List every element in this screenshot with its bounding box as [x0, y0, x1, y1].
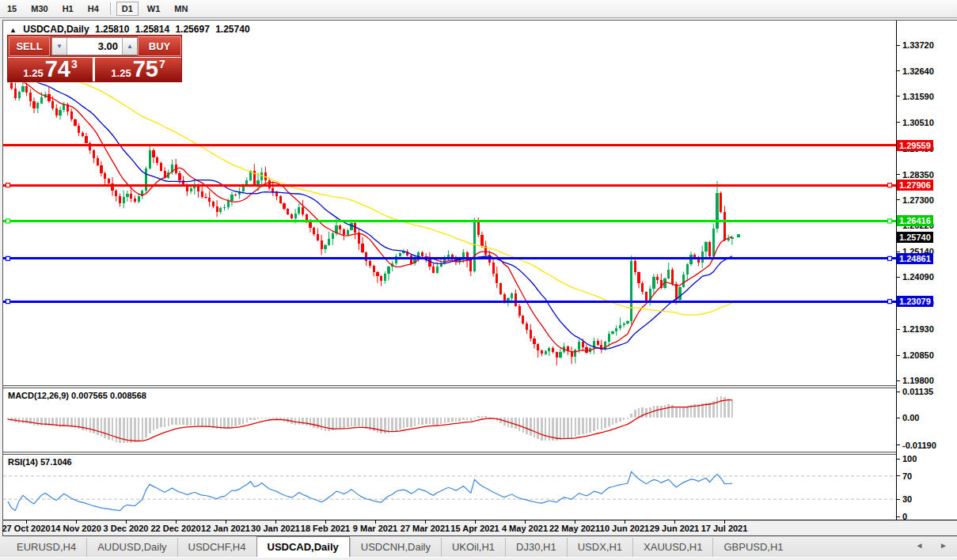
rsi-tick-label: 30: [902, 494, 912, 504]
tab-scroll-left-icon[interactable]: ◄: [915, 541, 923, 550]
timeframe-button-d1[interactable]: D1: [116, 2, 139, 16]
timeframe-button-15[interactable]: 15: [2, 2, 22, 16]
chart-tab-usdcnh-daily[interactable]: USDCNH,Daily: [350, 538, 441, 557]
buy-price-button[interactable]: 1.25 75 7: [95, 58, 181, 81]
chart-tab-gbpusd-h1[interactable]: GBPUSD,H1: [712, 538, 793, 557]
date-label: 27 Oct 2020: [0, 524, 54, 533]
axis-tick: [897, 329, 900, 330]
axis-tick: [897, 355, 900, 356]
date-label: 15 Apr 2021: [447, 524, 503, 533]
sell-pipette: 3: [71, 58, 78, 70]
date-label: 30 Jan 2021: [248, 524, 303, 533]
axis-tick: [897, 516, 900, 517]
trade-panel-top-row: SELL ▼ 3.00 ▲ BUY: [8, 36, 181, 57]
close-value: 1.25740: [215, 24, 249, 35]
rsi-pane[interactable]: [3, 455, 896, 520]
price-tick-label: 1.19800: [902, 376, 934, 385]
sell-button[interactable]: SELL: [9, 36, 50, 56]
buy-pips: 75: [133, 58, 158, 80]
rsi-name: RSI(14): [8, 457, 38, 467]
price-tick-label: 1.27300: [902, 195, 934, 205]
macd-tick-label: 0.01135: [902, 387, 933, 396]
chart-tab-usdx-h1[interactable]: USDX,H1: [567, 538, 632, 557]
chart-tab-ukoil-h1[interactable]: UKOil,H1: [441, 538, 505, 557]
chart-tab-eurusd-h4[interactable]: EURUSD,H4: [6, 538, 86, 557]
axis-tick: [897, 96, 900, 96]
collapse-icon[interactable]: ▲: [9, 26, 17, 34]
sell-big-figure: 1.25: [23, 67, 43, 79]
date-label: 10 Jun 2021: [597, 524, 652, 533]
tab-scroll-right-icon[interactable]: ►: [940, 541, 948, 550]
date-label: 14 Nov 2020: [48, 524, 104, 533]
buy-big-figure: 1.25: [111, 67, 131, 79]
axis-tick: [897, 380, 900, 381]
timeframe-button-h4[interactable]: H4: [82, 2, 104, 16]
price-tick-label: 1.33720: [902, 40, 934, 50]
price-tick-label: 1.20850: [902, 350, 934, 360]
axis-tick: [897, 199, 900, 200]
macd-name: MACD(12,26,9): [8, 391, 69, 400]
price-tick-label: 1.21930: [902, 324, 934, 334]
macd-tick-label: -0.01190: [902, 441, 936, 450]
one-click-trade-panel: SELL ▼ 3.00 ▲ BUY 1.25 74 3 1.25 75 7: [7, 35, 182, 82]
price-line-badge: 1.27906: [897, 180, 933, 191]
ohlc-header: ▲ USDCAD,Daily 1.25810 1.25814 1.25697 1…: [9, 24, 253, 35]
axis-tick: [897, 499, 900, 500]
axis-tick: [897, 122, 900, 123]
price-line-badge: 1.23079: [897, 296, 933, 307]
toolbar-separator: [110, 2, 111, 15]
timeframe-button-w1[interactable]: W1: [142, 2, 166, 16]
date-label: 29 Jun 2021: [647, 524, 702, 533]
price-tick-label: 1.28350: [902, 170, 934, 180]
price-line-badge: 1.24861: [897, 253, 933, 264]
high-value: 1.25814: [135, 24, 169, 35]
sell-price-button[interactable]: 1.25 74 3: [8, 58, 93, 81]
date-label: 17 Jul 2021: [697, 524, 752, 533]
current-price-badge: 1.25740: [897, 232, 933, 243]
price-line-badge: 1.29559: [897, 140, 933, 151]
price-tick-label: 1.32640: [902, 66, 934, 76]
volume-field[interactable]: 3.00: [67, 38, 122, 55]
volume-increase-icon[interactable]: ▲: [122, 38, 137, 55]
price-tick-label: 1.24090: [902, 272, 934, 282]
timeframe-button-m30[interactable]: M30: [25, 2, 53, 16]
status-strip: [0, 557, 957, 560]
axis-tick: [897, 277, 900, 278]
axis-tick: [897, 418, 900, 418]
chart-tab-dj30-h1[interactable]: DJ30,H1: [505, 538, 567, 557]
timeframe-button-h1[interactable]: H1: [57, 2, 79, 16]
axis-tick: [897, 475, 900, 476]
axis-tick: [897, 252, 900, 252]
chart-tab-usdchf-h4[interactable]: USDCHF,H4: [177, 538, 256, 557]
rsi-value: 57.1046: [40, 457, 72, 467]
buy-button[interactable]: BUY: [138, 36, 181, 56]
macd-label: MACD(12,26,9) 0.007565 0.008568: [8, 391, 146, 400]
time-axis-line: [3, 520, 957, 520]
date-label: 27 Mar 2021: [397, 524, 453, 533]
axis-tick: [897, 174, 900, 175]
chart-tab-xauusd-h1[interactable]: XAUUSD,H1: [632, 538, 712, 557]
axis-tick: [897, 459, 900, 460]
axis-tick: [897, 70, 900, 71]
axis-tick: [897, 45, 900, 46]
timeframe-toolbar: 15M30H1H4D1W1MN: [0, 0, 957, 18]
rsi-tick-label: 0: [902, 512, 907, 521]
mt4-terminal: 15M30H1H4D1W1MN ▲ USDCAD,Daily 1.25810 1…: [0, 0, 957, 560]
date-label: 3 Dec 2020: [98, 524, 154, 533]
chart-tab-usdcad-daily[interactable]: USDCAD,Daily: [256, 536, 350, 557]
axis-tick: [897, 392, 900, 392]
tab-scroll-arrows: ◄ ►: [901, 541, 948, 550]
price-tick-label: 1.31590: [902, 92, 934, 101]
rsi-tick-label: 100: [902, 454, 917, 464]
date-label: 9 Mar 2021: [347, 524, 403, 533]
sell-pips: 74: [45, 58, 70, 80]
timeframe-button-mn[interactable]: MN: [169, 2, 193, 16]
date-label: 22 May 2021: [547, 524, 602, 533]
buy-pipette: 7: [159, 58, 165, 70]
axis-tick: [897, 445, 900, 445]
date-label: 18 Feb 2021: [298, 524, 353, 533]
price-tick-label: 1.30510: [902, 118, 934, 127]
volume-decrease-icon[interactable]: ▼: [52, 38, 67, 55]
chart-tab-audusd-daily[interactable]: AUDUSD,Daily: [86, 538, 177, 557]
macd-tick-label: 0.00: [902, 413, 919, 422]
